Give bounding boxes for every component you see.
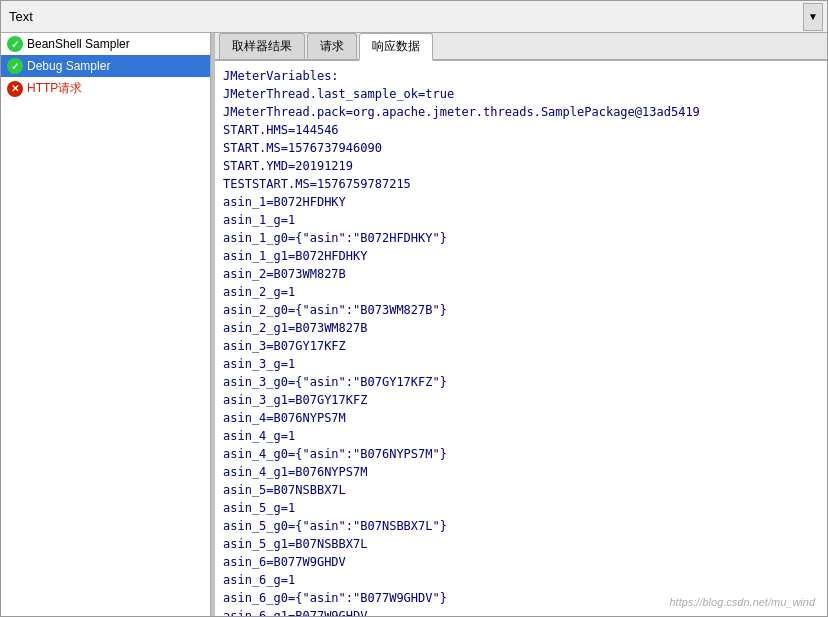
response-line: asin_3_g0={"asin":"B07GY17KFZ"} bbox=[223, 373, 819, 391]
tabs-bar: 取样器结果 请求 响应数据 bbox=[215, 33, 827, 61]
response-line: asin_2=B073WM827B bbox=[223, 265, 819, 283]
chevron-down-icon: ▼ bbox=[808, 11, 818, 22]
response-line: asin_4_g1=B076NYPS7M bbox=[223, 463, 819, 481]
response-line: asin_1_g0={"asin":"B072HFDHKY"} bbox=[223, 229, 819, 247]
response-line: asin_1_g=1 bbox=[223, 211, 819, 229]
tree-item-label-beanshell: BeanShell Sampler bbox=[27, 37, 130, 51]
green-check-icon-debug bbox=[7, 58, 23, 74]
response-line: asin_4_g0={"asin":"B076NYPS7M"} bbox=[223, 445, 819, 463]
tab-sampler-result[interactable]: 取样器结果 bbox=[219, 33, 305, 59]
response-line: asin_4=B076NYPS7M bbox=[223, 409, 819, 427]
red-x-icon bbox=[7, 81, 23, 97]
response-line: asin_5=B07NSBBX7L bbox=[223, 481, 819, 499]
main-container: Text ▼ BeanShell Sampler Debug Sampler H… bbox=[0, 0, 828, 617]
response-line: asin_3_g=1 bbox=[223, 355, 819, 373]
response-line: asin_6_g1=B077W9GHDV bbox=[223, 607, 819, 616]
response-line: asin_3=B07GY17KFZ bbox=[223, 337, 819, 355]
response-line: START.YMD=20191219 bbox=[223, 157, 819, 175]
response-line: asin_1_g1=B072HFDHKY bbox=[223, 247, 819, 265]
response-line: asin_2_g=1 bbox=[223, 283, 819, 301]
tree-item-http[interactable]: HTTP请求 bbox=[1, 77, 210, 100]
response-line: TESTSTART.MS=1576759787215 bbox=[223, 175, 819, 193]
response-line: asin_6=B077W9GHDV bbox=[223, 553, 819, 571]
response-line: asin_3_g1=B07GY17KFZ bbox=[223, 391, 819, 409]
response-line: asin_5_g0={"asin":"B07NSBBX7L"} bbox=[223, 517, 819, 535]
response-line: JMeterThread.pack=org.apache.jmeter.thre… bbox=[223, 103, 819, 121]
tree-item-debug[interactable]: Debug Sampler bbox=[1, 55, 210, 77]
response-line: JMeterThread.last_sample_ok=true bbox=[223, 85, 819, 103]
response-line: START.HMS=144546 bbox=[223, 121, 819, 139]
green-check-icon bbox=[7, 36, 23, 52]
watermark: https://blog.csdn.net/mu_wind bbox=[669, 596, 815, 608]
response-line: START.MS=1576737946090 bbox=[223, 139, 819, 157]
tree-item-label-http: HTTP请求 bbox=[27, 80, 82, 97]
response-line: asin_4_g=1 bbox=[223, 427, 819, 445]
tree-item-label-debug: Debug Sampler bbox=[27, 59, 110, 73]
top-bar: Text ▼ bbox=[1, 1, 827, 33]
response-content[interactable]: JMeterVariables:JMeterThread.last_sample… bbox=[215, 61, 827, 616]
response-line: JMeterVariables: bbox=[223, 67, 819, 85]
content-area: BeanShell Sampler Debug Sampler HTTP请求 取… bbox=[1, 33, 827, 616]
tab-response-data[interactable]: 响应数据 bbox=[359, 33, 433, 61]
response-line: asin_2_g1=B073WM827B bbox=[223, 319, 819, 337]
tree-item-beanshell[interactable]: BeanShell Sampler bbox=[1, 33, 210, 55]
tab-request[interactable]: 请求 bbox=[307, 33, 357, 59]
response-line: asin_5_g1=B07NSBBX7L bbox=[223, 535, 819, 553]
top-bar-title: Text bbox=[5, 9, 803, 24]
right-wrapper: 取样器结果 请求 响应数据 JMeterVariables:JMeterThre… bbox=[215, 33, 827, 616]
response-line: asin_5_g=1 bbox=[223, 499, 819, 517]
response-line: asin_6_g=1 bbox=[223, 571, 819, 589]
response-line: asin_2_g0={"asin":"B073WM827B"} bbox=[223, 301, 819, 319]
response-line: asin_1=B072HFDHKY bbox=[223, 193, 819, 211]
dropdown-button[interactable]: ▼ bbox=[803, 3, 823, 31]
right-panel: 取样器结果 请求 响应数据 JMeterVariables:JMeterThre… bbox=[215, 33, 827, 616]
left-panel: BeanShell Sampler Debug Sampler HTTP请求 bbox=[1, 33, 211, 616]
